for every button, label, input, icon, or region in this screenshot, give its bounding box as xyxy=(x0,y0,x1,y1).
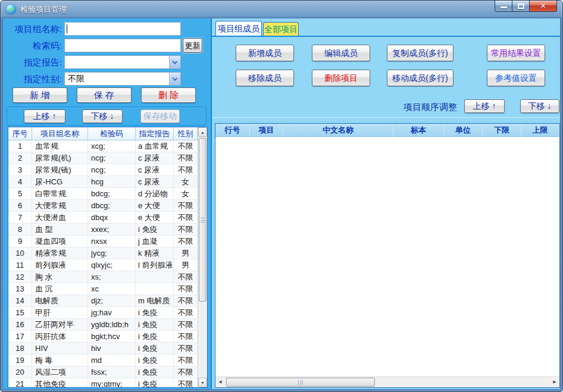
order-move-down-button[interactable]: 下移 ↓ xyxy=(520,99,559,113)
table-cell: 不限 xyxy=(174,271,198,283)
column-header[interactable]: 检验码 xyxy=(88,127,136,140)
table-row[interactable]: 6大便常规dbcg;e 大便不限 xyxy=(8,200,198,212)
add-button[interactable]: 新 增 xyxy=(12,87,67,103)
column-header[interactable]: 性别 xyxy=(174,127,198,140)
table-row[interactable]: 13血 沉xc不限 xyxy=(8,283,198,295)
table-cell: i 免疫 xyxy=(136,331,174,342)
order-move-up-button[interactable]: 上移 ↑ xyxy=(464,99,505,113)
vertical-scrollbar[interactable]: ▲ ▼ xyxy=(198,127,207,387)
table-cell: 14 xyxy=(8,295,32,306)
delete-button[interactable]: 删 除 xyxy=(141,87,196,103)
form-row-report: 指定报告: xyxy=(3,55,205,70)
save-button[interactable]: 保 存 xyxy=(77,87,132,103)
table-cell: 凝血四项 xyxy=(32,236,88,247)
table-cell: 17 xyxy=(8,331,32,342)
table-row[interactable]: 1血常规xcg;a 血常规不限 xyxy=(8,140,198,152)
table-row[interactable]: 12胸 水xs;不限 xyxy=(8,271,198,283)
close-button[interactable]: ✕ xyxy=(530,1,557,12)
table-row[interactable]: 16乙肝两对半ygldb;ldb;hi 免疫不限 xyxy=(8,319,198,331)
group-name-input[interactable] xyxy=(64,22,181,36)
table-cell xyxy=(136,283,174,294)
scrollbar-thumb[interactable] xyxy=(226,378,375,387)
gender-select[interactable]: 不限 xyxy=(64,72,181,86)
table-cell: bgkt;hcv xyxy=(88,331,136,342)
table-cell: 不限 xyxy=(174,164,198,175)
table-cell: bdcg; xyxy=(88,188,136,199)
table-row[interactable]: 15甲肝jg;havi 免疫不限 xyxy=(8,307,198,319)
table-cell: 3 xyxy=(8,164,32,175)
table-row[interactable]: 9凝血四项nxsxj 血凝不限 xyxy=(8,236,198,247)
gender-select-dropdown-button[interactable] xyxy=(169,73,180,85)
form-row-gender: 指定性别: 不限 xyxy=(3,72,205,86)
report-select-dropdown-button[interactable] xyxy=(169,56,180,68)
add-member-button[interactable]: 新增成员 xyxy=(236,45,294,61)
column-header[interactable]: 下限 xyxy=(483,124,521,137)
column-header[interactable]: 单位 xyxy=(444,124,483,137)
table-cell: djz; xyxy=(88,295,136,306)
table-row[interactable]: 10精液常规jycg;k 精液男 xyxy=(8,247,198,259)
table-row[interactable]: 20风湿二项fssx;i 免疫不限 xyxy=(8,366,198,378)
table-row[interactable]: 7大便潜血dbqxe 大便不限 xyxy=(8,212,198,224)
table-row[interactable]: 19梅 毒mdi 免疫不限 xyxy=(8,355,198,366)
delete-item-button[interactable]: 删除项目 xyxy=(312,70,370,86)
search-code-input[interactable] xyxy=(64,39,181,52)
table-cell: 大便常规 xyxy=(32,200,88,211)
table-cell: 女 xyxy=(174,188,198,199)
maximize-button[interactable] xyxy=(512,1,530,12)
scroll-down-arrow-icon[interactable]: ▼ xyxy=(198,378,207,387)
move-down-button[interactable]: 下移 ↓ xyxy=(82,109,123,123)
table-row[interactable]: 4尿-HCGhcgc 尿液女 xyxy=(8,176,198,188)
report-select[interactable] xyxy=(64,55,181,69)
table-row[interactable]: 17丙肝抗体bgkt;hcvi 免疫不限 xyxy=(8,331,198,343)
table-cell: 1 xyxy=(8,140,32,152)
edit-member-button[interactable]: 编辑成员 xyxy=(312,45,370,61)
column-header[interactable]: 序号 xyxy=(8,127,32,140)
scroll-up-arrow-icon[interactable]: ▲ xyxy=(198,127,207,137)
group-name-label: 项目组名称: xyxy=(3,22,62,36)
common-results-settings-button[interactable]: 常用结果设置 xyxy=(487,45,545,61)
table-row[interactable]: 21其他免疫my;qtmy;i 免疫不限 xyxy=(8,378,198,387)
table-row[interactable]: 3尿常规(镜)ncg;c 尿液不限 xyxy=(8,164,198,176)
remove-member-button[interactable]: 移除成员 xyxy=(236,70,294,86)
table-cell: nxsx xyxy=(88,236,136,247)
table-row[interactable]: 2尿常规(机)ncg;c 尿液不限 xyxy=(8,152,198,164)
tab-group-members[interactable]: 项目组成员 xyxy=(215,21,262,36)
update-button[interactable]: 更新 xyxy=(183,38,202,53)
column-header[interactable]: 项目 xyxy=(250,124,283,137)
table-row[interactable]: 5白带常规bdcg;d 分泌物女 xyxy=(8,188,198,200)
gender-select-value: 不限 xyxy=(68,73,85,85)
column-header[interactable]: 行号 xyxy=(215,124,250,137)
table-row[interactable]: 14电解质djz;m 电解质不限 xyxy=(8,295,198,307)
minimize-button[interactable] xyxy=(495,1,512,12)
table-cell: md xyxy=(88,355,136,366)
table-cell: 乙肝两对半 xyxy=(32,319,88,330)
maximize-icon xyxy=(518,4,524,9)
column-header[interactable]: 项目组名称 xyxy=(32,127,88,140)
group-table-body: 1血常规xcg;a 血常规不限2尿常规(机)ncg;c 尿液不限3尿常规(镜)n… xyxy=(8,140,198,387)
table-cell: 5 xyxy=(8,188,32,199)
column-header[interactable]: 中文名称 xyxy=(283,124,393,137)
horizontal-scrollbar[interactable]: ◀ ▶ xyxy=(215,377,559,387)
move-member-button[interactable]: 移动成员(多行) xyxy=(387,70,453,86)
scrollbar-thumb[interactable] xyxy=(199,138,207,302)
column-header[interactable]: 指定报告 xyxy=(136,127,174,140)
move-up-button[interactable]: 上移 ↑ xyxy=(24,109,65,123)
table-row[interactable]: 8血 型xxex;i 免疫不限 xyxy=(8,224,198,236)
order-adjust-label: 项目顺序调整 xyxy=(382,101,457,114)
tab-all-items[interactable]: 全部项目 xyxy=(263,22,299,36)
scroll-right-arrow-icon[interactable]: ▶ xyxy=(550,378,559,387)
scroll-left-arrow-icon[interactable]: ◀ xyxy=(215,378,225,387)
save-move-button[interactable]: 保存移动 xyxy=(140,109,180,123)
table-cell: a 血常规 xyxy=(136,140,174,152)
copy-member-button[interactable]: 复制成员(多行) xyxy=(387,45,453,61)
table-row[interactable]: 18HIVhivi 免疫不限 xyxy=(8,343,198,355)
column-header[interactable]: 上限 xyxy=(521,124,559,137)
reference-value-settings-button[interactable]: 参考值设置 xyxy=(487,70,545,86)
table-row[interactable]: 11前列腺液qlxyjc;l 前列腺液男 xyxy=(8,259,198,271)
table-cell: i 免疫 xyxy=(136,307,174,318)
chevron-down-icon xyxy=(172,59,177,64)
column-header[interactable]: 标本 xyxy=(393,124,444,137)
titlebar[interactable]: 检验项目管理 ✕ xyxy=(1,1,562,18)
gender-label: 指定性别: xyxy=(3,72,62,86)
app-icon xyxy=(6,4,16,14)
